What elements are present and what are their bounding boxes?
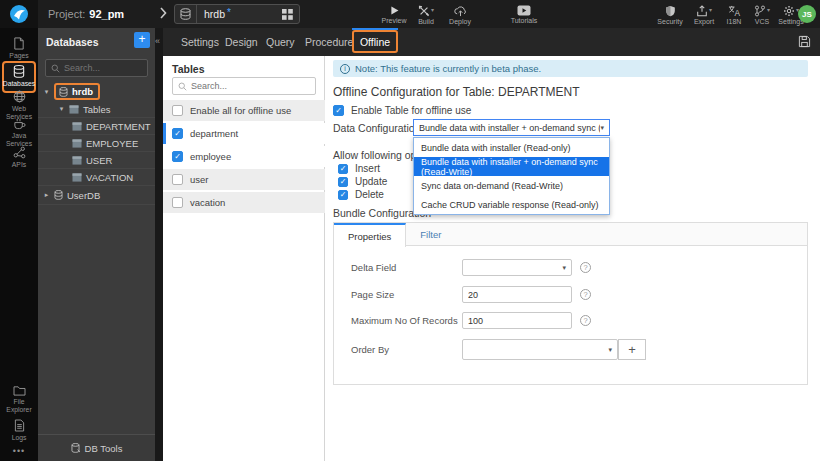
max-records-input[interactable]	[468, 316, 566, 326]
table-icon	[72, 122, 82, 131]
table-icon	[72, 173, 82, 182]
tree-node-hrdb[interactable]: ▾ hrdb	[38, 82, 155, 101]
table-icon	[72, 139, 82, 148]
project-name: Project:92_pm	[48, 0, 124, 28]
enable-table-checkbox[interactable]	[333, 105, 344, 116]
enable-table-row[interactable]: Enable Table for offline use	[333, 105, 471, 116]
tutorials-button[interactable]: Tutorials	[503, 1, 545, 28]
chevron-down-icon: ▾	[709, 5, 712, 15]
tree-node-tables-group[interactable]: ▾ Tables	[38, 101, 155, 118]
panel-title: Databases	[46, 36, 99, 48]
operation-delete[interactable]: Delete	[338, 189, 384, 200]
offline-config-main: Note: This feature is currently in beta …	[326, 56, 820, 461]
panel-collapse-strip: «	[155, 28, 163, 461]
tab-properties[interactable]: Properties	[334, 223, 406, 247]
caret-down-icon: ▾	[608, 346, 612, 354]
svg-text:A: A	[734, 8, 740, 17]
vcs-button[interactable]: ▾ VCS	[748, 1, 776, 28]
delta-field-select[interactable]: ▾	[462, 259, 572, 276]
delete-checkbox[interactable]	[338, 190, 348, 200]
tab-procedure[interactable]: Procedure	[305, 28, 353, 56]
preview-button[interactable]: Preview	[378, 1, 410, 28]
security-button[interactable]: Security	[652, 1, 688, 28]
help-icon[interactable]	[580, 262, 591, 273]
deploy-button[interactable]: Deploy	[442, 1, 478, 28]
order-by-select[interactable]: ▾	[462, 339, 618, 360]
annotation-highlight: hrdb	[54, 83, 100, 100]
wavemaker-logo-icon	[9, 4, 29, 24]
export-button[interactable]: ▾ Export	[688, 1, 720, 28]
table-checkbox[interactable]	[172, 128, 183, 139]
enable-all-row[interactable]: Enable all for offline use	[163, 100, 325, 121]
database-search[interactable]	[45, 59, 148, 77]
table-checkbox[interactable]	[172, 197, 183, 208]
help-icon[interactable]	[580, 289, 591, 300]
enable-all-checkbox[interactable]	[172, 105, 183, 116]
user-avatar[interactable]: JS	[798, 5, 816, 23]
operation-insert[interactable]: Insert	[338, 163, 380, 174]
tables-search[interactable]	[172, 77, 316, 95]
bundle-tabs: Properties Filter	[334, 223, 807, 246]
update-checkbox[interactable]	[338, 177, 348, 187]
i18n-button[interactable]: A I18N	[720, 1, 748, 28]
sidebar-item-logs[interactable]: Logs	[0, 419, 38, 442]
sidebar-item-file-explorer[interactable]: File Explorer	[0, 385, 38, 414]
dropdown-option[interactable]: Cache CRUD variable response (Read-only)	[414, 195, 609, 214]
table-icon	[69, 105, 79, 114]
table-checkbox[interactable]	[172, 151, 183, 162]
help-icon[interactable]	[580, 315, 591, 326]
database-icon	[54, 190, 63, 200]
search-input[interactable]	[191, 81, 310, 91]
tree-node-table[interactable]: DEPARTMENT	[38, 118, 155, 135]
collapse-panel-icon[interactable]: «	[155, 36, 160, 46]
workspace-tab-hrdb[interactable]: hrdb *	[174, 4, 300, 24]
dropdown-option[interactable]: Sync data on-demand (Read-Write)	[414, 176, 609, 195]
databases-panel: Databases + ▾ hrdb ▾ Tables DEPARTME	[38, 28, 155, 461]
dropdown-option-selected[interactable]: Bundle data with installer + on-demand s…	[414, 157, 609, 176]
offline-tables-panel: Tables Enable all for offline use depart…	[163, 56, 325, 461]
page-size-input[interactable]	[468, 290, 566, 300]
table-row-vacation[interactable]: vacation	[163, 192, 325, 213]
operation-update[interactable]: Update	[338, 176, 387, 187]
data-configuration-label: Data Configuration	[333, 122, 421, 134]
api-nodes-icon	[13, 146, 26, 159]
table-row-user[interactable]: user	[163, 169, 325, 190]
tree-node-table[interactable]: USER	[38, 152, 155, 169]
tree-node-table[interactable]: EMPLOYEE	[38, 135, 155, 152]
tab-filter[interactable]: Filter	[406, 223, 455, 246]
table-checkbox[interactable]	[172, 174, 183, 185]
field-row-page-size: Page Size	[334, 286, 807, 303]
data-configuration-select[interactable]: Bundle data with installer + on-demand s…	[413, 119, 610, 136]
tab-settings[interactable]: Settings	[181, 28, 219, 56]
page-title: Offline Configuration for Table: DEPARTM…	[333, 85, 580, 99]
sidebar-item-databases[interactable]: Databases	[2, 61, 36, 93]
add-order-by-button[interactable]: +	[618, 339, 646, 360]
caret-down-icon: ▾	[43, 88, 50, 96]
globe-icon	[13, 90, 26, 103]
dashboard-grid-icon[interactable]	[282, 9, 299, 20]
build-button[interactable]: ▾ Build	[410, 1, 442, 28]
save-icon[interactable]	[798, 35, 811, 48]
sidebar-item-apis[interactable]: APIs	[0, 146, 38, 169]
db-tools-button[interactable]: DB Tools	[38, 434, 155, 461]
add-database-button[interactable]: +	[134, 32, 150, 48]
tree-node-table[interactable]: VACATION	[38, 169, 155, 186]
tab-offline[interactable]: Offline	[352, 30, 398, 53]
sidebar-item-java-services[interactable]: Java Services	[0, 117, 38, 148]
search-input[interactable]	[64, 63, 142, 73]
table-row-department[interactable]: department	[163, 123, 325, 144]
field-row-delta-field: Delta Field ▾	[334, 259, 807, 276]
unsaved-marker: *	[227, 7, 231, 18]
more-options-icon[interactable]: •••	[0, 446, 38, 456]
left-rail: Pages Databases Web Services Java Servic…	[0, 28, 38, 461]
chevron-down-icon: ▾	[431, 5, 434, 15]
table-row-employee[interactable]: employee	[163, 146, 325, 167]
tree-node-userdb[interactable]: ▸ UserDB	[38, 186, 155, 205]
tab-design[interactable]: Design	[225, 28, 258, 56]
app-logo[interactable]	[0, 0, 38, 28]
info-icon	[340, 64, 350, 74]
insert-checkbox[interactable]	[338, 164, 348, 174]
tab-query[interactable]: Query	[266, 28, 295, 56]
sidebar-item-pages[interactable]: Pages	[0, 37, 38, 60]
dropdown-option[interactable]: Bundle data with installer (Read-only)	[414, 138, 609, 157]
